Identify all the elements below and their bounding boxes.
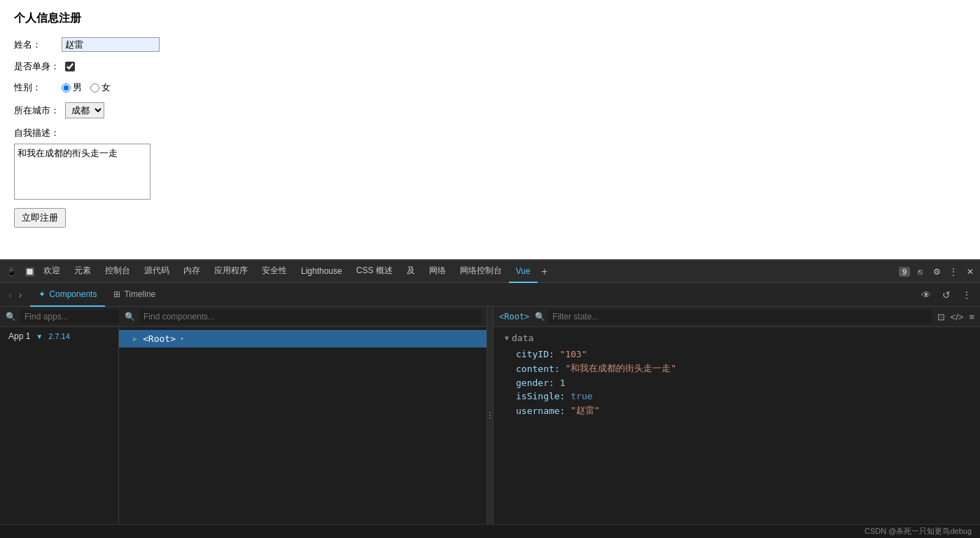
tab-network-console[interactable]: 网络控制台 bbox=[453, 261, 509, 283]
more-icon[interactable]: ⋮ bbox=[946, 265, 960, 279]
name-label: 姓名： bbox=[14, 39, 56, 51]
expand-icon[interactable]: ≡ bbox=[969, 312, 974, 322]
dots-icon[interactable]: ⋮ bbox=[959, 288, 974, 302]
tab-console[interactable]: 控制台 bbox=[98, 261, 137, 283]
city-select[interactable]: 成都 北京 上海 广州 bbox=[65, 102, 104, 118]
devtools-panel: 📱 🔲 欢迎 元素 控制台 源代码 内存 应用程序 安全性 Lighthouse… bbox=[0, 259, 980, 538]
submit-button[interactable]: 立即注册 bbox=[14, 208, 66, 228]
collapse-arrow: ▶ bbox=[130, 334, 140, 344]
tab-elements[interactable]: 元素 bbox=[67, 261, 98, 283]
panel-divider[interactable] bbox=[486, 307, 493, 524]
version-icon: ▼ bbox=[36, 333, 43, 340]
app-search-input[interactable] bbox=[20, 310, 134, 324]
root-tag: <Root> bbox=[499, 312, 529, 322]
desc-section: 自我描述： 和我在成都的衔头走一走 bbox=[14, 127, 966, 200]
desc-textarea[interactable]: 和我在成都的衔头走一走 bbox=[14, 144, 150, 200]
city-row: 所在城市： 成都 北京 上海 广州 bbox=[14, 102, 966, 118]
share-icon[interactable]: ⎋ bbox=[913, 265, 927, 279]
tab-welcome[interactable]: 欢迎 bbox=[36, 261, 67, 283]
filter-state-input[interactable] bbox=[548, 310, 931, 324]
data-row-issingle: isSingle: true bbox=[505, 389, 969, 403]
devtools-device-icon[interactable]: 📱 bbox=[4, 265, 18, 279]
state-search-icon: 🔍 bbox=[535, 312, 545, 322]
triangle-icon: ▼ bbox=[505, 334, 509, 342]
forward-arrow[interactable]: › bbox=[16, 288, 25, 302]
devtools-inspect-icon[interactable]: 🔲 bbox=[22, 265, 36, 279]
data-row-content: content: "和我在成都的街头走一走" bbox=[505, 361, 969, 376]
error-badge: 9 bbox=[899, 267, 910, 277]
settings-icon[interactable]: ⚙ bbox=[930, 265, 944, 279]
single-row: 是否单身： bbox=[14, 60, 966, 73]
subtab-timeline[interactable]: ⊞ Timeline bbox=[105, 283, 164, 307]
footer-bar: CSDN @杀死一只知更鸟debug bbox=[0, 524, 980, 538]
gender-row: 性别： 男 女 bbox=[14, 81, 966, 94]
tab-network[interactable]: 网络 bbox=[422, 261, 453, 283]
eye-icon[interactable]: 👁 bbox=[918, 288, 934, 302]
tab-application[interactable]: 应用程序 bbox=[207, 261, 255, 283]
gender-label: 性别： bbox=[14, 81, 56, 94]
subtab-components[interactable]: ✦ Components bbox=[30, 283, 105, 307]
comp-search-icon: 🔍 bbox=[125, 312, 135, 322]
tab-ji[interactable]: 及 bbox=[400, 261, 422, 283]
left-panels: 🔍 ↺ App 1 ▼ 2.7.14 🔍 bbox=[0, 307, 486, 524]
refresh-icon[interactable]: ↺ bbox=[939, 288, 953, 302]
close-devtools-icon[interactable]: ✕ bbox=[963, 265, 977, 279]
gender-female-radio[interactable] bbox=[90, 83, 99, 92]
data-display: ▼ data cityID: "103" content: "和我在成都的街头走… bbox=[493, 327, 980, 524]
gender-female-label[interactable]: 女 bbox=[90, 81, 111, 94]
tab-add-button[interactable]: + bbox=[538, 265, 552, 279]
component-search-input[interactable] bbox=[139, 310, 481, 324]
form-area: 个人信息注册 姓名： 是否单身： 性别： 男 女 所在城市： 成都 北京 上海 … bbox=[0, 0, 980, 259]
code-icon[interactable]: </> bbox=[951, 312, 964, 322]
app-sidebar-toolbar: 🔍 ↺ bbox=[0, 307, 118, 327]
component-panel: 🔍 ▶ <Root> • bbox=[119, 307, 486, 524]
tab-memory[interactable]: 内存 bbox=[176, 261, 207, 283]
back-arrow[interactable]: ‹ bbox=[6, 288, 15, 302]
devtools-subtabs-bar: ‹ › ✦ Components ⊞ Timeline 👁 ↺ ⋮ bbox=[0, 283, 980, 307]
single-label: 是否单身： bbox=[14, 60, 59, 73]
page-title: 个人信息注册 bbox=[14, 11, 966, 26]
footer-text: CSDN @杀死一只知更鸟debug bbox=[864, 526, 972, 537]
tab-css[interactable]: CSS 概述 bbox=[349, 261, 400, 283]
app-sidebar: 🔍 ↺ App 1 ▼ 2.7.14 bbox=[0, 307, 119, 524]
data-row-username: username: "赵雷" bbox=[505, 403, 969, 418]
app-item[interactable]: App 1 ▼ 2.7.14 bbox=[0, 327, 118, 345]
data-row-gender: gender: 1 bbox=[505, 376, 969, 389]
component-tree: ▶ <Root> • bbox=[119, 327, 486, 524]
devtools-content: 🔍 ↺ App 1 ▼ 2.7.14 🔍 bbox=[0, 307, 980, 524]
root-component-item[interactable]: ▶ <Root> • bbox=[119, 330, 486, 347]
component-toolbar: 🔍 bbox=[119, 307, 486, 327]
right-panel: <Root> 🔍 ⊡ </> ≡ ▼ data cityID: bbox=[493, 307, 980, 524]
desc-label: 自我描述： bbox=[14, 127, 966, 139]
app-search-icon: 🔍 bbox=[6, 312, 16, 322]
data-section-title: ▼ data bbox=[505, 333, 969, 343]
gender-male-label[interactable]: 男 bbox=[62, 81, 82, 94]
name-input[interactable] bbox=[62, 37, 160, 52]
data-row-cityid: cityID: "103" bbox=[505, 347, 969, 361]
tab-security[interactable]: 安全性 bbox=[255, 261, 294, 283]
city-label: 所在城市： bbox=[14, 104, 59, 117]
app-list: App 1 ▼ 2.7.14 bbox=[0, 327, 118, 345]
single-checkbox[interactable] bbox=[65, 62, 75, 71]
tab-sources[interactable]: 源代码 bbox=[137, 261, 176, 283]
tab-lighthouse[interactable]: Lighthouse bbox=[294, 261, 349, 283]
tab-vue[interactable]: Vue bbox=[509, 261, 538, 283]
name-row: 姓名： bbox=[14, 37, 966, 52]
gender-male-radio[interactable] bbox=[62, 83, 71, 92]
gender-radio-group: 男 女 bbox=[62, 81, 111, 94]
devtools-tabs-bar: 📱 🔲 欢迎 元素 控制台 源代码 内存 应用程序 安全性 Lighthouse… bbox=[0, 261, 980, 283]
screenshot-icon[interactable]: ⊡ bbox=[937, 312, 945, 322]
right-toolbar: <Root> 🔍 ⊡ </> ≡ bbox=[493, 307, 980, 327]
